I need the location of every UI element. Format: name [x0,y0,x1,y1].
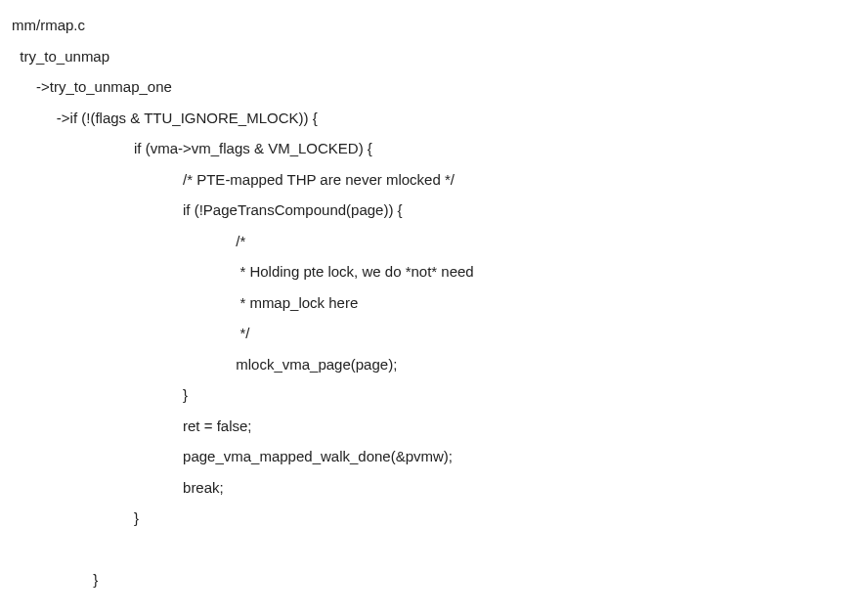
code-line-12: mlock_vma_page(page); [12,349,856,380]
code-line-10: * mmap_lock here [12,287,856,319]
code-line-1: mm/rmap.c [12,10,856,41]
code-line-14: ret = false; [12,411,856,442]
code-line-15: page_vma_mapped_walk_done(&pvmw); [12,441,856,472]
code-line-11: */ [12,318,856,349]
code-line-4: ->if (!(flags & TTU_IGNORE_MLOCK)) { [12,103,856,134]
code-line-16: break; [12,472,856,504]
code-line-3: ->try_to_unmap_one [12,71,856,103]
code-line-6: /* PTE-mapped THP are never mlocked */ [12,164,856,196]
code-line-7: if (!PageTransCompound(page)) { [12,195,856,226]
code-line-8: /* [12,226,856,257]
code-line-13: } [12,379,856,411]
code-line-2: try_to_unmap [12,41,856,72]
code-line-5: if (vma->vm_flags & VM_LOCKED) { [12,133,856,164]
code-line-9: * Holding pte lock, we do *not* need [12,256,856,287]
code-line-18 [12,534,856,565]
code-line-19: } [12,564,856,595]
code-line-17: } [12,503,856,534]
